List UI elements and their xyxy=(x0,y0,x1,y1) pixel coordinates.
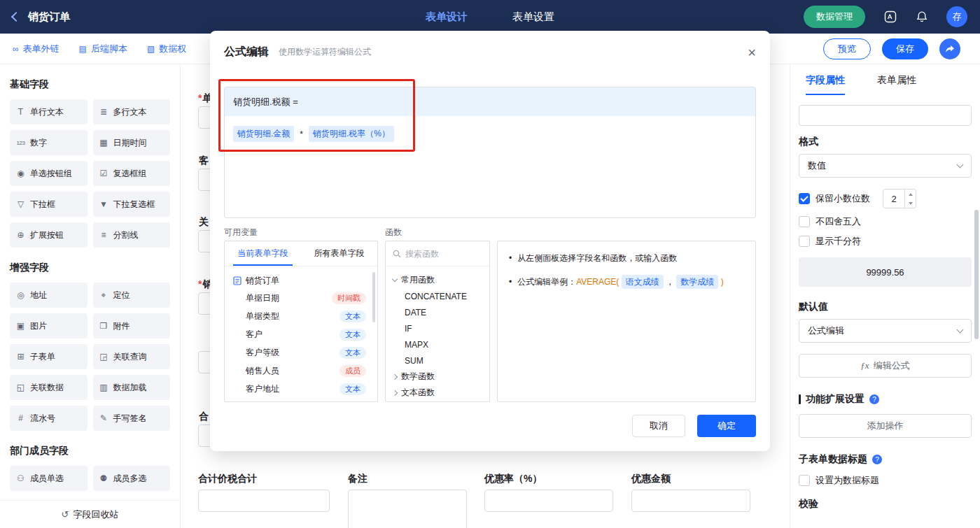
function-item-mapx[interactable]: MAPX xyxy=(393,336,489,352)
function-item-concatenate[interactable]: CONCATENATE xyxy=(393,288,489,304)
calendar-icon: ▦ xyxy=(99,138,109,148)
no-rounding-checkbox[interactable] xyxy=(799,216,810,227)
help-icon[interactable]: ? xyxy=(872,455,882,464)
formula-expression-line: 销货明细.金额 * 销货明细.税率（%） xyxy=(225,116,755,152)
form-external-link[interactable]: ∞ 表单外链 xyxy=(13,43,59,55)
field-item-signature[interactable]: ✎手写签名 xyxy=(93,406,171,431)
translate-icon[interactable] xyxy=(883,10,897,24)
stepper-down-button[interactable] xyxy=(905,199,916,208)
field-item-extend-button[interactable]: ⊕扩展按钮 xyxy=(10,222,88,248)
field-item-radio-group[interactable]: ◉单选按钮组 xyxy=(10,161,88,186)
tab-all-form-fields[interactable]: 所有表单字段 xyxy=(301,241,377,266)
field-item-address[interactable]: ◎地址 xyxy=(10,283,88,308)
stepper-up-button[interactable] xyxy=(905,190,916,199)
field-item-checkbox-group[interactable]: ☑复选框组 xyxy=(93,161,171,186)
field-item-image[interactable]: ▣图片 xyxy=(10,313,88,338)
function-item-if[interactable]: IF xyxy=(393,320,489,336)
tab-form-properties[interactable]: 表单属性 xyxy=(877,74,916,95)
discount-amount-input[interactable] xyxy=(631,490,750,512)
tab-field-properties[interactable]: 字段属性 xyxy=(806,74,845,95)
field-label-partial: 关 xyxy=(198,216,209,229)
backend-script-link[interactable]: ▤ 后端脚本 xyxy=(79,43,127,55)
add-action-button[interactable]: 添加操作 xyxy=(799,414,972,438)
notification-bell-icon[interactable] xyxy=(916,10,928,23)
field-item-label: 定位 xyxy=(113,290,130,301)
chevron-down-icon xyxy=(392,276,398,282)
window-scrollbar[interactable] xyxy=(974,210,979,339)
field-item-member-multi[interactable]: ⚉成员多选 xyxy=(93,466,171,491)
multi-dropdown-icon: ▼ xyxy=(99,199,109,209)
decimal-places-value[interactable]: 2 xyxy=(883,190,904,208)
basic-fields-grid: T单行文本 ≣多行文本 123数字 ▦日期时间 ◉单选按钮组 ☑复选框组 ▽下拉… xyxy=(10,99,170,248)
close-icon[interactable]: × xyxy=(748,45,756,59)
edit-formula-button[interactable]: ƒx 编辑公式 xyxy=(799,354,972,378)
decimal-places-checkbox[interactable] xyxy=(799,193,810,204)
preview-button[interactable]: 预览 xyxy=(823,38,871,59)
tab-form-settings[interactable]: 表单设置 xyxy=(512,10,554,24)
variable-row[interactable]: 客户文本 xyxy=(233,325,372,343)
user-avatar[interactable]: 存 xyxy=(946,6,967,27)
function-search-input[interactable] xyxy=(405,249,475,259)
function-item-sum[interactable]: SUM xyxy=(393,352,489,369)
script-icon: ▤ xyxy=(79,44,87,54)
function-group-math[interactable]: 数学函数 xyxy=(393,369,489,385)
default-value-select[interactable]: 公式编辑 xyxy=(799,319,972,343)
field-title-input[interactable] xyxy=(799,105,972,126)
field-item-linked-query[interactable]: ◲关联查询 xyxy=(93,344,171,369)
thousand-separator-label: 显示千分符 xyxy=(816,235,861,248)
format-select[interactable]: 数值 xyxy=(799,154,972,178)
discount-rate-input[interactable] xyxy=(484,490,613,512)
field-item-attachment[interactable]: ❒附件 xyxy=(93,313,171,338)
field-recycle-bin[interactable]: ↺ 字段回收站 xyxy=(0,500,180,528)
variable-row[interactable]: 单据类型文本 xyxy=(233,307,372,325)
field-item-serial-number[interactable]: #流水号 xyxy=(10,406,88,431)
field-item-linked-data[interactable]: ◱关联数据 xyxy=(10,375,88,400)
field-item-data-load[interactable]: ▥数据加载 xyxy=(93,375,171,400)
field-item-single-line-text[interactable]: T单行文本 xyxy=(10,99,88,124)
total-with-tax-input[interactable] xyxy=(198,490,330,512)
variable-row[interactable]: 销售人员成员 xyxy=(233,362,372,380)
field-item-dropdown[interactable]: ▽下拉框 xyxy=(10,192,88,217)
variable-row[interactable]: 客户地址文本 xyxy=(233,380,372,398)
field-item-location[interactable]: ⌖定位 xyxy=(93,283,171,308)
field-item-divider[interactable]: ≡分割线 xyxy=(93,222,171,248)
field-label-text: 合 xyxy=(199,411,209,422)
tree-root-sales-order[interactable]: 销货订单 xyxy=(233,272,372,289)
function-group-common[interactable]: 常用函数 xyxy=(393,272,489,288)
set-data-title-checkbox[interactable] xyxy=(799,475,810,486)
share-icon xyxy=(945,44,955,54)
subform-data-title-heading: 子表单数据标题 ? xyxy=(799,453,972,466)
field-item-number[interactable]: 123数字 xyxy=(10,130,88,155)
field-item-datetime[interactable]: ▦日期时间 xyxy=(93,130,171,155)
field-item-multi-line-text[interactable]: ≣多行文本 xyxy=(93,99,171,124)
tab-form-design[interactable]: 表单设计 xyxy=(426,10,468,24)
data-manage-button[interactable]: 数据管理 xyxy=(804,6,865,28)
tab-current-form-fields[interactable]: 当前表单字段 xyxy=(225,241,301,266)
field-item-label: 关联数据 xyxy=(30,382,64,394)
variable-row[interactable]: 单据日期时间戳 xyxy=(233,289,372,307)
field-item-label: 流水号 xyxy=(30,413,55,424)
field-item-member-single[interactable]: ⚇成员单选 xyxy=(10,466,88,491)
remark-input[interactable] xyxy=(348,490,467,528)
share-button[interactable] xyxy=(939,38,960,59)
type-badge: 文本 xyxy=(340,347,366,359)
data-permission-link[interactable]: ▧ 数据权 xyxy=(147,43,186,55)
recycle-bin-icon: ↺ xyxy=(62,509,69,520)
help-icon[interactable]: ? xyxy=(869,394,879,404)
formula-token-amount[interactable]: 销货明细.金额 xyxy=(233,126,294,142)
topbar-right: 数据管理 存 xyxy=(804,6,967,28)
function-group-text[interactable]: 文本函数 xyxy=(393,385,489,401)
function-item-date[interactable]: DATE xyxy=(393,304,489,320)
thousand-separator-checkbox[interactable] xyxy=(799,236,810,247)
formula-operator: * xyxy=(300,129,303,139)
variable-row[interactable]: 客户等级文本 xyxy=(233,343,372,362)
save-button[interactable]: 保存 xyxy=(882,38,928,59)
formula-editor-area[interactable]: 销货明细.税额 = 销货明细.金额 * 销货明细.税率（%） xyxy=(224,87,756,218)
field-item-multi-dropdown[interactable]: ▼下拉复选框 xyxy=(93,192,171,217)
confirm-button[interactable]: 确定 xyxy=(697,415,756,437)
cancel-button[interactable]: 取消 xyxy=(632,415,685,437)
field-item-subform[interactable]: ⊞子表单 xyxy=(10,344,88,369)
variables-scrollbar[interactable] xyxy=(372,272,375,322)
formula-token-tax-rate[interactable]: 销货明细.税率（%） xyxy=(309,126,394,142)
function-search-box xyxy=(386,241,489,266)
